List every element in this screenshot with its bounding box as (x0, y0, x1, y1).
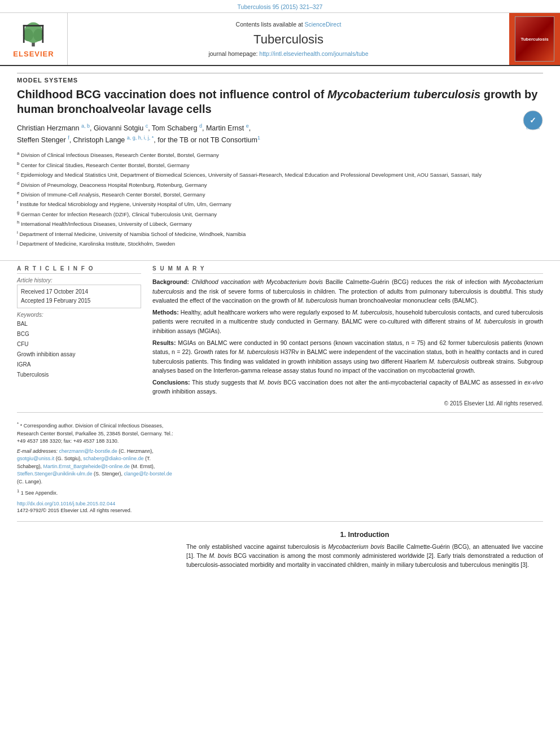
article-title: Childhood BCG vaccination does not influ… (17, 87, 543, 116)
keywords-label: Keywords: (17, 312, 141, 318)
journal-cover-title: Tuberculosis (520, 37, 548, 42)
intro-left-col (17, 531, 175, 570)
citation-text: Tuberculosis 95 (2015) 321–327 (238, 3, 323, 10)
conclusions-label: Conclusions: (152, 379, 190, 386)
email-line: E-mail addresses: cherzmann@fz-borstle.d… (17, 448, 175, 486)
issn-line: 1472-9792/© 2015 Elsevier Ltd. All right… (17, 508, 175, 513)
elsevier-text: ELSEVIER (13, 50, 54, 58)
intro-title: 1. Introduction (186, 531, 543, 539)
crossmark-area: ✓ CrossMark (523, 110, 543, 132)
background-label: Background: (152, 278, 189, 285)
article-info-col: A R T I C L E I N F O Article history: R… (17, 265, 141, 408)
article-history-label: Article history: (17, 277, 141, 283)
homepage-line: journal homepage: http://intl.elsevierhe… (208, 50, 368, 57)
email-schaberg[interactable]: schaberg@diako-online.de (83, 456, 143, 461)
footer-right (189, 421, 543, 513)
doi-line: http://dx.doi.org/10.1016/j.tube.2015.02… (17, 501, 175, 506)
authors-line: Christian Herzmann a, b, Giovanni Sotgiu… (17, 122, 543, 146)
accepted-date: Accepted 19 February 2015 (21, 296, 137, 305)
journal-title-area: Contents lists available at ScienceDirec… (68, 13, 509, 65)
results-label: Results: (152, 339, 176, 346)
svg-rect-6 (42, 25, 44, 43)
journal-title: Tuberculosis (253, 32, 323, 47)
journal-cover: Tuberculosis (515, 16, 554, 62)
corresponding-note: * * Corresponding author. Division of Cl… (17, 421, 175, 445)
article-dates: Received 17 October 2014 Accepted 19 Feb… (17, 285, 141, 308)
journal-header: ELSEVIER Contents lists available at Sci… (0, 13, 560, 66)
email-lange[interactable]: clange@fz-borstel.de (124, 471, 172, 477)
keyword-cfu: CFU (17, 339, 141, 350)
intro-divider (17, 521, 543, 522)
summary-header: S U M M A R Y (152, 265, 543, 274)
email-stenger[interactable]: Steffen.Stenger@uniklinik-ulm.de (17, 471, 93, 477)
keyword-bal: BAL (17, 319, 141, 329)
methods-label: Methods: (152, 309, 179, 316)
footer-left: * * Corresponding author. Division of Cl… (17, 421, 175, 513)
footer-notes: * * Corresponding author. Division of Cl… (0, 417, 560, 517)
received-date: Received 17 October 2014 (21, 287, 137, 296)
intro-right-col: 1. Introduction The only established vac… (186, 531, 543, 570)
copyright-line: © 2015 Elsevier Ltd. All rights reserved… (152, 399, 543, 408)
summary-text: Background: Childhood vaccination with M… (152, 277, 543, 408)
homepage-url[interactable]: http://intl.elsevierhealth.com/journals/… (259, 50, 368, 57)
bottom-divider (17, 412, 543, 413)
intro-text: The only established vaccine against tub… (186, 542, 543, 570)
elsevier-branding: ELSEVIER (0, 13, 68, 65)
section-label: MODEL SYSTEMS (17, 73, 543, 84)
email-sotgiu[interactable]: gsotgiu@uniss.it (17, 456, 54, 461)
svg-text:✓: ✓ (530, 116, 536, 125)
crossmark-icon: ✓ CrossMark (523, 110, 543, 130)
keyword-growth: Growth inhibition assay (17, 350, 141, 360)
article-section: MODEL SYSTEMS Childhood BCG vaccination … (0, 66, 560, 256)
intro-section: 1. Introduction The only established vac… (0, 526, 560, 570)
doi-link[interactable]: http://dx.doi.org/10.1016/j.tube.2015.02… (17, 501, 115, 506)
page-container: Tuberculosis 95 (2015) 321–327 ELSEVIER (0, 0, 560, 747)
keyword-tuberculosis: Tuberculosis (17, 370, 141, 380)
contents-line: Contents lists available at ScienceDirec… (236, 21, 342, 28)
sciencedirect-link[interactable]: ScienceDirect (305, 21, 342, 28)
affiliations: a Division of Clinical Infectious Diseas… (17, 150, 543, 248)
svg-rect-5 (23, 25, 25, 43)
email-ernst[interactable]: Martin.Ernst_Bargteheide@t-online.de (43, 464, 130, 469)
article-info-header: A R T I C L E I N F O (17, 265, 141, 274)
svg-rect-4 (23, 25, 43, 27)
section-divider (0, 260, 560, 261)
keyword-bcg: BCG (17, 329, 141, 339)
keywords-section: Keywords: BAL BCG CFU Growth inhibition … (17, 312, 141, 380)
elsevier-logo: ELSEVIER (13, 20, 54, 58)
citation-bar: Tuberculosis 95 (2015) 321–327 (0, 0, 560, 13)
elsevier-tree-icon (16, 20, 50, 48)
svg-text:CrossMark: CrossMark (526, 126, 540, 130)
summary-col: S U M M A R Y Background: Childhood vacc… (152, 265, 543, 408)
appendix-note: 1 1 See Appendix. (17, 488, 175, 497)
svg-point-2 (23, 29, 33, 41)
keyword-igra: IGRA (17, 360, 141, 370)
two-col-area: A R T I C L E I N F O Article history: R… (0, 265, 560, 408)
email-herzmann[interactable]: cherzmann@fz-borstle.de (59, 448, 117, 454)
journal-cover-area: Tuberculosis (509, 13, 560, 65)
keywords-list: BAL BCG CFU Growth inhibition assay IGRA… (17, 319, 141, 380)
